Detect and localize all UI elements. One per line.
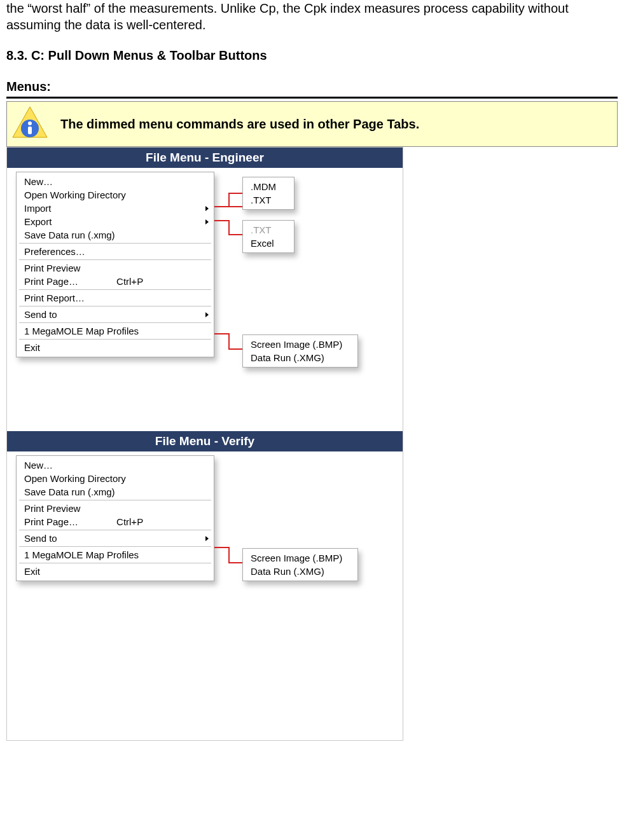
menu-separator (19, 530, 211, 530)
menu-item-label: Print Page… (24, 516, 78, 527)
menu-item-label: Import (24, 203, 52, 214)
menu-item-label: Send to (24, 533, 57, 544)
note-box: The dimmed menu commands are used in oth… (6, 101, 618, 147)
connector-line (228, 193, 230, 207)
verify-menu-area: New… Open Working Directory Save Data ru… (7, 451, 403, 725)
submenu-item-data-run[interactable]: Data Run (.XMG) (243, 565, 357, 578)
submenu-item-excel[interactable]: Excel (243, 237, 294, 250)
engineer-title: File Menu - Engineer (7, 148, 403, 168)
connector-line (214, 547, 228, 548)
menu-item-preferences[interactable]: Preferences… (17, 245, 214, 258)
menu-item-send-to[interactable]: Send to (17, 308, 214, 321)
info-warning-icon (11, 106, 49, 142)
connector-line (228, 562, 242, 563)
submenu-item-screen-image[interactable]: Screen Image (.BMP) (243, 338, 357, 351)
submenu-arrow-icon (205, 312, 209, 317)
menu-separator (19, 259, 211, 260)
verify-block: File Menu - Verify New… Open Working Dir… (7, 431, 403, 740)
import-submenu: .MDM .TXT (242, 177, 295, 210)
connector-line (228, 193, 242, 194)
menu-item-new[interactable]: New… (17, 458, 214, 472)
submenu-arrow-icon (205, 536, 209, 541)
menu-item-open-working-directory[interactable]: Open Working Directory (17, 472, 214, 485)
sendto-submenu: Screen Image (.BMP) Data Run (.XMG) (242, 334, 358, 368)
menu-item-print-preview[interactable]: Print Preview (17, 502, 214, 515)
submenu-arrow-icon (205, 206, 209, 211)
menu-item-label: Print Page… (24, 276, 78, 287)
connector-line (214, 220, 228, 221)
menu-item-exit[interactable]: Exit (17, 565, 214, 578)
connector-line (228, 220, 230, 234)
verify-main-menu: New… Open Working Directory Save Data ru… (16, 455, 214, 581)
submenu-arrow-icon (205, 219, 209, 224)
menu-separator (19, 243, 211, 244)
menu-separator (19, 306, 211, 306)
menu-item-open-working-directory[interactable]: Open Working Directory (17, 188, 214, 202)
intro-paragraph: the “worst half” of the measurements. Un… (6, 0, 618, 33)
svg-rect-3 (28, 127, 32, 134)
section-heading: 8.3. C: Pull Down Menus & Toolbar Button… (6, 48, 618, 63)
menu-separator (19, 339, 211, 340)
menu-item-exit[interactable]: Exit (17, 341, 214, 354)
svg-point-2 (28, 121, 32, 125)
connector-line (214, 333, 228, 334)
menu-item-print-preview[interactable]: Print Preview (17, 261, 214, 275)
connector-line (228, 333, 230, 348)
connector-line (228, 234, 242, 235)
submenu-item-txt-dimmed: .TXT (243, 223, 294, 237)
menu-item-export[interactable]: Export (17, 215, 214, 228)
menu-item-new[interactable]: New… (17, 175, 214, 188)
menu-separator (19, 322, 211, 323)
divider (6, 97, 618, 99)
menu-item-print-report[interactable]: Print Report… (17, 291, 214, 305)
menu-item-profiles[interactable]: 1 MegaMOLE Map Profiles (17, 548, 214, 561)
menu-item-label: Send to (24, 309, 57, 320)
menu-item-save-data-run[interactable]: Save Data run (.xmg) (17, 228, 214, 242)
menu-separator (19, 563, 211, 563)
submenu-item-screen-image[interactable]: Screen Image (.BMP) (243, 551, 357, 565)
shortcut-label: Ctrl+P (116, 516, 143, 527)
menu-item-label: Export (24, 216, 52, 227)
menu-item-print-page[interactable]: Print Page…Ctrl+P (17, 275, 214, 288)
submenu-item-mdm[interactable]: .MDM (243, 180, 294, 193)
connector-line (228, 348, 242, 350)
menu-item-profiles[interactable]: 1 MegaMOLE Map Profiles (17, 324, 214, 338)
menu-separator (19, 289, 211, 290)
shortcut-label: Ctrl+P (116, 276, 143, 287)
engineer-block: File Menu - Engineer New… Open Working D… (7, 148, 403, 431)
sendto-submenu: Screen Image (.BMP) Data Run (.XMG) (242, 548, 358, 581)
menu-separator (19, 546, 211, 547)
menu-separator (19, 500, 211, 500)
menus-label: Menus: (6, 79, 618, 94)
menu-item-send-to[interactable]: Send to (17, 532, 214, 545)
engineer-menu-area: New… Open Working Directory Import Expor… (7, 168, 403, 416)
note-text: The dimmed menu commands are used in oth… (60, 117, 419, 132)
submenu-item-txt[interactable]: .TXT (243, 193, 294, 207)
menu-item-print-page[interactable]: Print Page…Ctrl+P (17, 515, 214, 528)
submenu-item-data-run[interactable]: Data Run (.XMG) (243, 351, 357, 364)
menu-item-save-data-run[interactable]: Save Data run (.xmg) (17, 485, 214, 499)
export-submenu: .TXT Excel (242, 220, 295, 253)
verify-title: File Menu - Verify (7, 431, 403, 451)
engineer-main-menu: New… Open Working Directory Import Expor… (16, 172, 214, 357)
menu-screenshot-container: File Menu - Engineer New… Open Working D… (6, 147, 403, 741)
connector-line (228, 547, 230, 562)
menu-item-import[interactable]: Import (17, 202, 214, 215)
